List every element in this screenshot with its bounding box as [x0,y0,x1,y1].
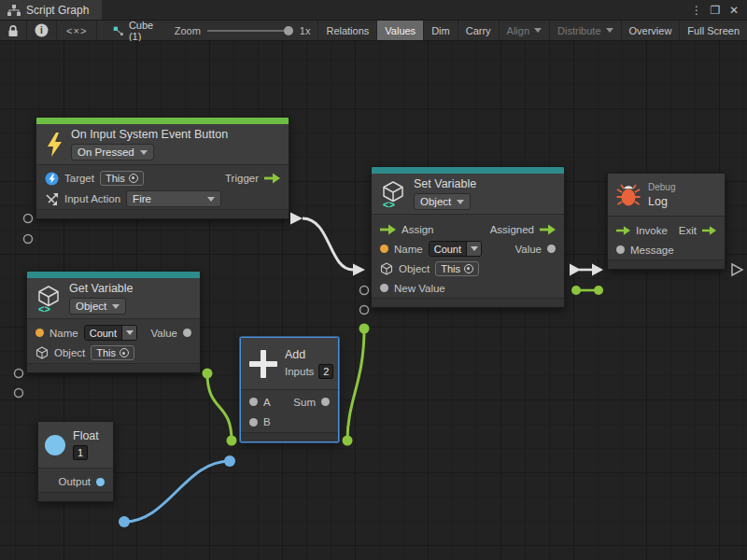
target-icon [120,348,129,357]
port-setvar-name-external[interactable] [360,287,369,295]
message-input-port[interactable] [616,245,625,254]
object-this-chip[interactable]: This [435,261,479,276]
menu-icon[interactable]: ⋮ [689,4,704,17]
variable-scope-dropdown[interactable]: Object [69,298,126,315]
value-output-port[interactable] [547,245,556,253]
wire-dot[interactable] [359,324,370,334]
zoom-slider-handle[interactable] [284,26,293,35]
node-set-variable[interactable]: <> Set Variable Object Assign Assigned [371,166,565,308]
zoom-label: Zoom [175,25,201,36]
graph-canvas[interactable]: On Input System Event Button On Pressed … [0,41,747,560]
node-on-input-system-event-button[interactable]: On Input System Event Button On Pressed … [35,117,289,219]
flow-connector-arrow[interactable] [592,264,603,276]
port-setvar-object-external[interactable] [360,306,369,315]
node-get-variable[interactable]: <> Get Variable Object Name Count [26,271,201,373]
trigger-output-port[interactable] [264,173,280,184]
assigned-output-port[interactable] [540,224,556,235]
event-mode-dropdown[interactable]: On Pressed [71,144,154,161]
name-input-port[interactable] [380,245,388,253]
port-getvar-object-external[interactable] [15,389,23,398]
node-add[interactable]: Add Inputs 2 A Sum B [240,337,339,442]
message-label: Message [630,245,674,256]
node-footer [372,298,564,307]
port-event-action-external[interactable] [24,235,33,244]
assigned-label: Assigned [490,224,534,235]
wire-sum-to-newvalue[interactable] [347,329,364,441]
variable-scope-dropdown[interactable]: Object [414,193,471,210]
wire-float-to-add-b[interactable] [124,461,230,522]
zoom-slider[interactable] [207,25,293,36]
b-input-port[interactable] [249,418,258,427]
port-event-target-external[interactable] [24,215,33,223]
svg-text:<>: <> [38,302,50,313]
port-getvar-name-external[interactable] [15,370,23,378]
a-input-port[interactable] [249,398,258,406]
wire-dot[interactable] [343,436,353,446]
flow-connector-arrow[interactable] [570,264,581,276]
values-button[interactable]: Values [377,21,424,40]
add-b-row: B [241,413,338,433]
info-button[interactable]: i [27,21,57,40]
wire-dot[interactable] [594,286,603,295]
node-float[interactable]: Float 1 Output [37,421,114,502]
inputs-label: Inputs [285,366,314,377]
get-variable-name-row: Name Count Value [27,323,200,343]
code-view-button[interactable]: <×> [57,21,97,40]
fullscreen-button[interactable]: Full Screen [680,21,747,40]
chevron-down-icon [606,28,613,33]
wire-dot[interactable] [119,516,130,527]
flow-wire-start-arrow[interactable] [290,213,303,225]
lock-button[interactable] [0,21,27,40]
node-header: <> Set Variable Object [372,174,564,215]
input-action-icon [45,193,59,205]
distribute-dropdown[interactable]: Distribute [550,21,621,40]
align-dropdown[interactable]: Align [500,21,550,40]
bug-icon [616,182,641,207]
wire-trigger-to-assign[interactable] [303,218,353,270]
set-variable-assign-row: Assign Assigned [372,219,564,239]
wire-getvar-to-add-a[interactable] [207,373,232,441]
variable-accent-bar [27,272,200,278]
port-debug-exit-external[interactable] [732,264,742,275]
inputs-count-field[interactable]: 2 [318,364,333,379]
input-action-dropdown[interactable]: Fire [126,190,221,207]
wire-dot[interactable] [227,436,237,446]
invoke-input-port[interactable] [616,225,630,236]
sum-output-port[interactable] [321,398,330,406]
wire-dot[interactable] [571,286,581,295]
invoke-label: Invoke [636,225,668,236]
object-this-chip[interactable]: This [91,345,134,360]
graph-asset-icon [113,24,124,37]
overview-button[interactable]: Overview [622,21,681,40]
maximize-icon[interactable]: ❐ [708,4,723,17]
node-debug-log[interactable]: Debug Log Invoke Exit [607,173,726,270]
variable-cube-icon: <> [35,285,62,313]
node-title: On Input System Event Button [71,128,228,141]
combo-dropdown-button[interactable] [121,326,136,340]
combo-dropdown-button[interactable] [466,242,481,256]
relations-button[interactable]: Relations [317,21,377,40]
code-view-icon: <×> [66,25,87,36]
exit-output-port[interactable] [702,225,716,236]
variable-name-combo[interactable]: Count [84,325,137,341]
gameobject-cube-icon [380,262,393,275]
assign-input-port[interactable] [380,224,396,235]
tab-script-graph[interactable]: Script Graph [0,0,102,20]
new-value-input-port[interactable] [380,284,388,292]
toolbar-right-group: Relations Values Dim Carry Align Distrib… [317,21,747,40]
wire-dot[interactable] [203,369,213,379]
close-icon[interactable]: ✕ [726,4,741,17]
variable-name-combo[interactable]: Count [429,241,482,257]
flow-wire-end-arrow[interactable] [353,264,365,276]
output-port[interactable] [96,478,105,486]
lightning-bolt-icon [45,132,63,158]
target-object-chip[interactable]: This [100,171,144,186]
graph-reference[interactable]: Cube (1) [104,21,166,40]
carry-button[interactable]: Carry [458,21,500,40]
float-value-field[interactable]: 1 [73,445,88,460]
dim-button[interactable]: Dim [424,21,458,40]
wire-dot[interactable] [224,455,235,467]
assign-label: Assign [402,224,434,235]
value-output-port[interactable] [183,329,191,337]
name-input-port[interactable] [35,329,44,337]
